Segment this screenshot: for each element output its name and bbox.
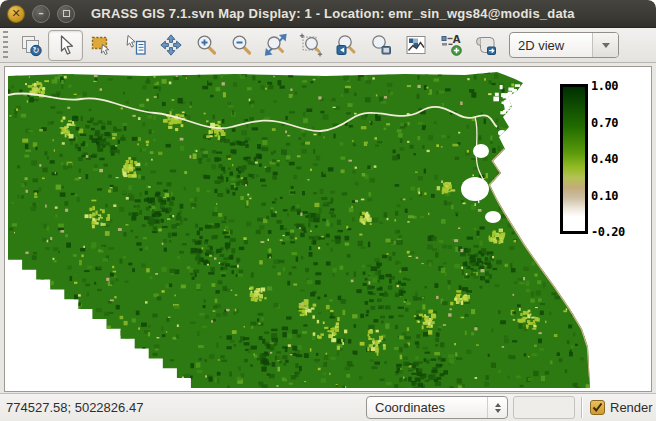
map-display-area: 1.00 0.70 0.40 0.10 -0.20 <box>0 63 656 393</box>
zoom-extent-button[interactable] <box>258 30 293 61</box>
svg-text:↻: ↻ <box>32 45 39 55</box>
query-icon <box>124 33 148 57</box>
render-toggle[interactable]: Render <box>590 394 656 421</box>
analyze-button[interactable] <box>398 30 433 61</box>
view-mode-dropdown[interactable]: 2D view <box>509 32 619 58</box>
coordinates-readout: 774527.58; 5022826.47 <box>6 394 143 421</box>
zoom-back-icon <box>334 33 358 57</box>
statusbar: 774527.58; 5022826.47 Coordinates Render <box>0 393 656 421</box>
zoom-in-icon <box>194 33 218 57</box>
zoom-back-button[interactable] <box>328 30 363 61</box>
zoom-region-icon <box>299 33 323 57</box>
ndvi-raster-map <box>5 67 651 391</box>
rerender-button[interactable]: ↻ <box>13 30 48 61</box>
map-canvas[interactable]: 1.00 0.70 0.40 0.10 -0.20 <box>4 66 652 392</box>
select-button[interactable] <box>83 30 118 61</box>
overlay-button[interactable]: A <box>433 30 468 61</box>
statusbar-separator <box>581 397 582 418</box>
zoom-extent-icon <box>264 33 288 57</box>
render-progress-slot <box>513 396 575 419</box>
legend-label: 0.40 <box>591 152 637 166</box>
close-window-icon[interactable]: ✕ <box>7 5 25 23</box>
query-button[interactable] <box>118 30 153 61</box>
maximize-window-icon[interactable] <box>57 5 75 23</box>
zoom-options-button[interactable] <box>363 30 398 61</box>
svg-text:A: A <box>452 34 460 45</box>
legend-color-ramp <box>560 84 588 234</box>
rerender-icon: ↻ <box>19 33 43 57</box>
legend-label: 0.70 <box>591 116 637 130</box>
legend-label: -0.20 <box>591 225 637 239</box>
pointer-button[interactable] <box>48 30 83 61</box>
render-checkbox-label: Render <box>610 400 653 415</box>
chevron-down-icon[interactable] <box>592 33 618 57</box>
zoom-region-button[interactable] <box>293 30 328 61</box>
legend-label: 1.00 <box>591 79 637 93</box>
statusbar-mode-dropdown[interactable]: Coordinates <box>366 396 508 419</box>
pointer-icon <box>54 33 78 57</box>
map-toolbar: ↻ <box>0 28 656 63</box>
spinner-arrows-icon[interactable] <box>487 397 507 418</box>
grass-map-display-window: ✕ – GRASS GIS 7.1.svn Map Display: 1 - L… <box>0 0 656 421</box>
analyze-icon <box>404 33 428 57</box>
legend-label: 0.10 <box>591 189 637 203</box>
zoom-out-icon <box>229 33 253 57</box>
overlay-icon: A <box>439 33 463 57</box>
zoom-in-button[interactable] <box>188 30 223 61</box>
zoom-out-button[interactable] <box>223 30 258 61</box>
titlebar: ✕ – GRASS GIS 7.1.svn Map Display: 1 - L… <box>0 0 656 28</box>
window-title: GRASS GIS 7.1.svn Map Display: 1 - Locat… <box>91 6 575 21</box>
check-icon <box>592 402 603 413</box>
export-icon <box>474 33 498 57</box>
statusbar-mode-value: Coordinates <box>367 400 487 415</box>
pan-button[interactable] <box>153 30 188 61</box>
view-mode-value: 2D view <box>510 38 592 53</box>
pan-icon <box>159 33 183 57</box>
select-icon <box>89 33 113 57</box>
zoom-options-icon <box>369 33 393 57</box>
minimize-window-icon[interactable]: – <box>32 5 50 23</box>
toolbar-grip[interactable] <box>3 31 8 59</box>
render-checkbox[interactable] <box>590 400 605 415</box>
export-button[interactable] <box>468 30 503 61</box>
